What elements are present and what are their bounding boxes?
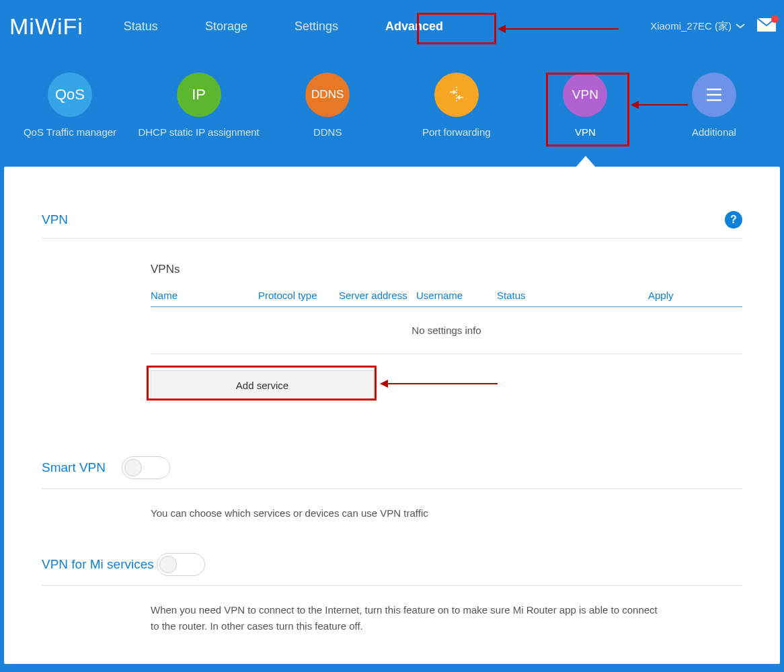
help-icon[interactable]: ? bbox=[725, 211, 742, 228]
mail-icon[interactable] bbox=[757, 18, 776, 34]
subnav-port-forwarding[interactable]: Port forwarding bbox=[403, 73, 510, 138]
subnav-qos[interactable]: QoS QoS Traffic manager bbox=[16, 73, 124, 138]
subnav-label: DHCP static IP assignment bbox=[138, 126, 259, 138]
section-title-smart-vpn: Smart VPN bbox=[42, 460, 106, 475]
col-username: Username bbox=[416, 290, 497, 301]
hamburger-icon bbox=[692, 73, 736, 117]
main-nav: Status Storage Settings Advanced bbox=[124, 19, 443, 34]
brand-logo: MiWiFi bbox=[9, 13, 83, 40]
vpn-icon: VPN bbox=[563, 73, 607, 117]
vpn-list-title: VPNs bbox=[151, 239, 742, 290]
mi-vpn-desc: When you need VPN to connect to the Inte… bbox=[42, 586, 660, 634]
notification-badge bbox=[771, 15, 779, 23]
mi-vpn-toggle[interactable] bbox=[157, 553, 205, 576]
ip-icon: IP bbox=[177, 73, 221, 117]
col-name: Name bbox=[151, 290, 258, 301]
subnav-label: Additional bbox=[692, 126, 736, 138]
subnav-additional[interactable]: Additional bbox=[660, 73, 768, 138]
section-title-mi-vpn: VPN for Mi services bbox=[42, 557, 154, 572]
col-protocol: Protocol type bbox=[258, 290, 339, 301]
content-card: VPN ? VPNs Name Protocol type Server add… bbox=[4, 167, 780, 664]
col-server: Server address bbox=[339, 290, 416, 301]
col-status: Status bbox=[497, 290, 648, 301]
active-tab-pointer bbox=[576, 156, 595, 167]
subnav-dhcp-ip[interactable]: IP DHCP static IP assignment bbox=[145, 73, 253, 138]
advanced-subnav: QoS QoS Traffic manager IP DHCP static I… bbox=[0, 52, 784, 157]
port-forward-icon bbox=[434, 73, 479, 117]
subnav-ddns[interactable]: DDNS DDNS bbox=[274, 73, 381, 138]
smart-vpn-toggle[interactable] bbox=[122, 456, 170, 479]
subnav-vpn[interactable]: VPN VPN bbox=[531, 73, 639, 138]
subnav-label: DDNS bbox=[313, 126, 342, 138]
add-service-button[interactable]: Add service bbox=[151, 370, 374, 400]
nav-storage[interactable]: Storage bbox=[205, 19, 247, 34]
nav-settings[interactable]: Settings bbox=[295, 19, 338, 34]
nav-advanced[interactable]: Advanced bbox=[385, 19, 443, 34]
wifi-name-dropdown[interactable]: Xiaomi_27EC (家) bbox=[650, 20, 732, 33]
chevron-down-icon[interactable] bbox=[736, 20, 745, 32]
subnav-label: QoS Traffic manager bbox=[24, 126, 116, 138]
subnav-label: Port forwarding bbox=[422, 126, 491, 138]
smart-vpn-desc: You can choose which services or devices… bbox=[42, 489, 660, 521]
vpn-table-empty: No settings info bbox=[151, 307, 742, 354]
section-title-vpn: VPN bbox=[42, 212, 68, 227]
subnav-label: VPN bbox=[575, 126, 596, 138]
col-apply: Apply bbox=[648, 290, 674, 301]
qos-icon: QoS bbox=[48, 73, 92, 117]
vpn-table-header: Name Protocol type Server address Userna… bbox=[151, 290, 742, 307]
nav-status[interactable]: Status bbox=[124, 19, 158, 34]
ddns-icon: DDNS bbox=[305, 73, 350, 117]
